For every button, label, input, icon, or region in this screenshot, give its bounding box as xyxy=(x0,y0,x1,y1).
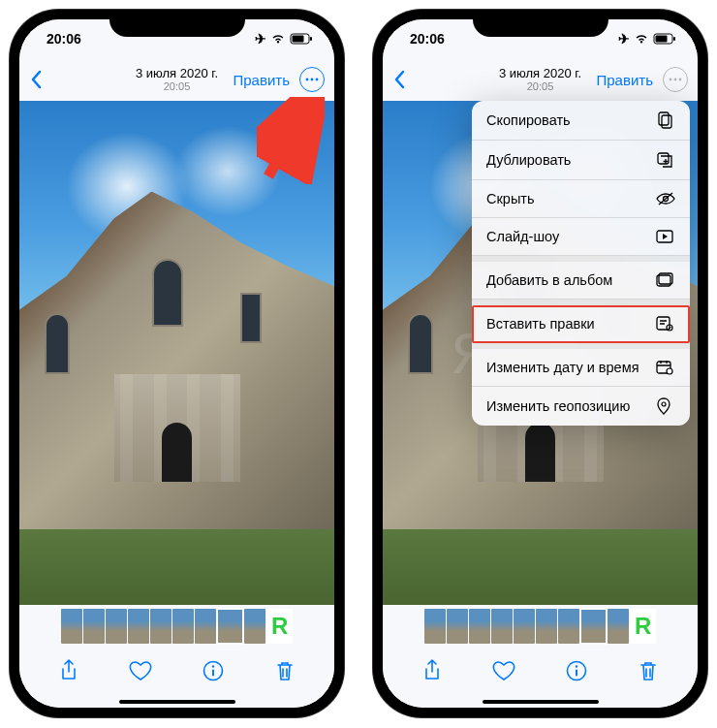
status-indicators: ✈︎ xyxy=(255,31,313,47)
menu-duplicate[interactable]: Дублировать xyxy=(472,141,690,180)
thumbnail[interactable] xyxy=(514,609,535,644)
svg-rect-12 xyxy=(673,37,675,41)
edit-button[interactable]: Править xyxy=(597,72,654,88)
share-button[interactable] xyxy=(56,658,81,683)
screen: 20:06 ✈︎ 3 июля 2020 г. 20:05 Править xyxy=(383,19,698,708)
thumbnail[interactable] xyxy=(128,609,149,644)
photo-time: 20:05 xyxy=(499,80,581,93)
thumbnail[interactable] xyxy=(536,609,557,644)
favorite-button[interactable] xyxy=(128,658,153,683)
svg-point-14 xyxy=(674,79,677,81)
svg-point-7 xyxy=(211,665,213,667)
menu-hide[interactable]: Скрыть xyxy=(472,180,690,218)
location-icon xyxy=(656,397,675,415)
wifi-icon xyxy=(634,33,649,45)
svg-rect-21 xyxy=(658,153,669,164)
menu-label: Дублировать xyxy=(486,152,571,168)
svg-rect-20 xyxy=(662,115,671,128)
svg-point-3 xyxy=(306,79,309,81)
airplane-icon: ✈︎ xyxy=(255,31,266,47)
status-time: 20:06 xyxy=(410,31,445,47)
favorite-button[interactable] xyxy=(491,658,516,683)
share-button[interactable] xyxy=(420,658,445,683)
thumbnail[interactable] xyxy=(83,609,105,644)
menu-label: Вставить правки xyxy=(486,316,595,332)
svg-rect-18 xyxy=(576,670,577,677)
thumbnail[interactable] xyxy=(172,609,194,644)
notch xyxy=(109,10,245,37)
thumbnail[interactable] xyxy=(447,609,468,644)
edit-button[interactable]: Править xyxy=(234,72,291,88)
bottom-toolbar xyxy=(383,648,698,696)
menu-slideshow[interactable]: Слайд-шоу xyxy=(472,218,690,256)
info-button[interactable] xyxy=(564,658,589,683)
screen: 20:06 ✈︎ 3 июля 2020 г. 20:05 Править xyxy=(19,19,334,708)
thumbnail-selected[interactable] xyxy=(580,609,607,644)
thumbnail[interactable] xyxy=(195,609,216,644)
svg-point-15 xyxy=(679,79,682,81)
nav-bar: 3 июля 2020 г. 20:05 Править xyxy=(19,58,334,101)
menu-change-datetime[interactable]: Изменить дату и время xyxy=(472,349,690,387)
thumbnail-selected[interactable] xyxy=(217,609,243,644)
more-button[interactable] xyxy=(299,67,325,92)
svg-point-31 xyxy=(662,402,666,406)
status-indicators: ✈︎ xyxy=(618,31,676,47)
info-button[interactable] xyxy=(201,658,226,683)
notch xyxy=(473,10,608,37)
thumbnail[interactable] xyxy=(608,609,629,644)
delete-button[interactable] xyxy=(272,658,297,683)
battery-icon xyxy=(653,33,676,45)
thumbnail-strip[interactable]: Я xyxy=(383,605,698,648)
thumbnail[interactable] xyxy=(106,609,127,644)
copy-icon xyxy=(656,111,675,129)
svg-point-5 xyxy=(316,79,319,81)
calendar-icon xyxy=(656,360,675,375)
phone-right: 20:06 ✈︎ 3 июля 2020 г. 20:05 Править xyxy=(373,10,707,717)
menu-label: Добавить в альбом xyxy=(486,272,612,288)
thumbnail[interactable] xyxy=(61,609,82,644)
thumbnail[interactable] xyxy=(150,609,171,644)
menu-label: Скрыть xyxy=(486,191,535,206)
thumbnail[interactable] xyxy=(424,609,446,644)
photo-date: 3 июля 2020 г. xyxy=(499,66,581,81)
photo-time: 20:05 xyxy=(136,80,218,93)
nav-title: 3 июля 2020 г. 20:05 xyxy=(136,66,218,94)
menu-copy[interactable]: Скопировать xyxy=(472,101,690,141)
status-time: 20:06 xyxy=(47,31,81,47)
menu-add-to-album[interactable]: Добавить в альбом xyxy=(472,262,690,300)
svg-rect-11 xyxy=(656,36,668,43)
menu-label: Слайд-шоу xyxy=(486,229,559,244)
hide-icon xyxy=(656,192,675,206)
back-button[interactable] xyxy=(392,70,421,89)
back-button[interactable] xyxy=(29,70,58,89)
svg-point-17 xyxy=(575,665,577,667)
bottom-toolbar xyxy=(19,648,334,696)
svg-rect-1 xyxy=(293,36,304,43)
menu-label: Скопировать xyxy=(486,112,571,128)
photo-viewer[interactable] xyxy=(19,101,334,605)
thumbnail[interactable] xyxy=(244,609,265,644)
thumbnail-logo[interactable]: Я xyxy=(630,609,656,644)
menu-paste-edits[interactable]: Вставить правки xyxy=(472,305,690,343)
delete-button[interactable] xyxy=(636,658,661,683)
home-indicator[interactable] xyxy=(383,696,698,708)
thumbnail-logo[interactable]: Я xyxy=(266,609,293,644)
menu-label: Изменить геопозицию xyxy=(486,398,630,414)
airplane-icon: ✈︎ xyxy=(618,31,630,47)
thumbnail-strip[interactable]: Я xyxy=(19,605,334,648)
more-button[interactable] xyxy=(663,67,688,92)
nav-title: 3 июля 2020 г. 20:05 xyxy=(499,66,581,94)
svg-point-13 xyxy=(670,79,672,81)
thumbnail[interactable] xyxy=(491,609,513,644)
home-indicator[interactable] xyxy=(19,696,334,708)
thumbnail[interactable] xyxy=(558,609,579,644)
svg-point-4 xyxy=(311,79,314,81)
menu-label: Изменить дату и время xyxy=(486,360,639,375)
slideshow-icon xyxy=(656,230,675,243)
wifi-icon xyxy=(270,33,286,45)
menu-change-location[interactable]: Изменить геопозицию xyxy=(472,387,690,426)
thumbnail[interactable] xyxy=(469,609,490,644)
svg-rect-8 xyxy=(212,670,214,677)
album-icon xyxy=(656,272,675,288)
phone-left: 20:06 ✈︎ 3 июля 2020 г. 20:05 Править xyxy=(10,10,344,717)
